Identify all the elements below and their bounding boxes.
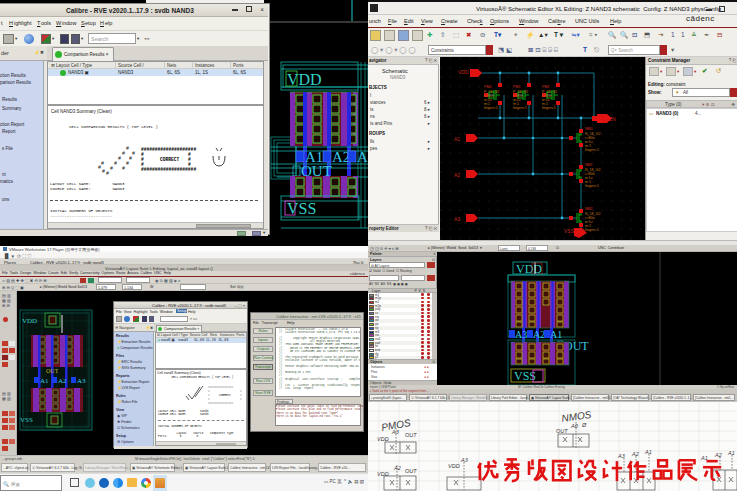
svg-text:fingers:1: fingers:1 <box>484 106 498 110</box>
svg-text:VDD: VDD <box>377 471 389 477</box>
svg-text:###############: ############### <box>208 402 233 405</box>
svg-text:#: # <box>126 146 129 152</box>
svg-text:NM0: NM0 <box>585 127 593 131</box>
svg-text:NM1: NM1 <box>585 163 593 167</box>
svg-text:A0: A0 <box>570 423 579 429</box>
svg-text:#: # <box>102 169 105 175</box>
svg-text:CORRECT: CORRECT <box>219 394 231 397</box>
svg-text:###############: ############### <box>208 386 233 389</box>
svg-text:VDD: VDD <box>377 436 389 442</box>
svg-text:VDD: VDD <box>448 463 460 469</box>
svg-text:OUT: OUT <box>556 428 568 434</box>
svg-text:#: # <box>101 161 104 167</box>
svg-text:VDD: VDD <box>287 71 322 88</box>
svg-text:A1: A1 <box>40 377 49 385</box>
svg-text:#: # <box>122 151 125 157</box>
svg-text:#: # <box>208 398 210 401</box>
svg-text:OUT: OUT <box>405 468 417 474</box>
svg-text:#: # <box>122 166 125 172</box>
svg-text:#: # <box>106 171 109 177</box>
svg-text:A3: A3 <box>391 429 400 435</box>
svg-text:fingers:1: fingers:1 <box>585 228 599 232</box>
svg-text:A1: A1 <box>550 329 562 340</box>
svg-text:A3: A3 <box>454 216 460 222</box>
svg-text:A2: A2 <box>332 149 350 165</box>
svg-text:VSS: VSS <box>287 200 316 217</box>
svg-text:Ø: Ø <box>581 422 587 428</box>
svg-text:#: # <box>98 165 101 171</box>
svg-text:#: # <box>126 161 129 167</box>
svg-text:ZN: ZN <box>609 116 616 122</box>
svg-text:A2: A2 <box>58 377 67 385</box>
svg-text:A3: A3 <box>515 329 527 340</box>
svg-text:#: # <box>114 161 117 167</box>
svg-text:A2: A2 <box>454 172 460 178</box>
svg-text:A2: A2 <box>393 465 401 471</box>
svg-text:PM1: PM1 <box>513 85 520 89</box>
svg-text:#: # <box>240 394 242 397</box>
svg-text:VSS: VSS <box>20 416 33 424</box>
svg-text:OUT: OUT <box>405 432 417 438</box>
svg-text:VSS: VSS <box>564 228 575 234</box>
svg-text:NM2: NM2 <box>585 207 593 211</box>
svg-text:#: # <box>110 166 113 172</box>
svg-text:PM2: PM2 <box>542 85 549 89</box>
svg-text:A2: A2 <box>533 329 545 340</box>
svg-text:#: # <box>129 156 132 162</box>
svg-text:PM0: PM0 <box>484 85 491 89</box>
svg-text:####################: #################### <box>141 167 196 172</box>
svg-text:fingers:1: fingers:1 <box>513 106 527 110</box>
svg-text:#: # <box>118 156 121 162</box>
svg-text:fingers:1: fingers:1 <box>585 184 599 188</box>
svg-text:#: # <box>208 394 210 397</box>
svg-text:CORRECT: CORRECT <box>160 157 180 162</box>
svg-text:VDD: VDD <box>22 317 37 325</box>
svg-text:A1: A1 <box>454 136 460 142</box>
svg-text:A3: A3 <box>77 377 86 385</box>
svg-text:#: # <box>132 151 135 157</box>
svg-text:fingers:1: fingers:1 <box>585 148 599 152</box>
svg-text:#: # <box>240 390 242 393</box>
svg-text:VDD: VDD <box>458 69 469 75</box>
svg-text:#: # <box>240 398 242 401</box>
svg-text:fingers:1: fingers:1 <box>542 106 556 110</box>
svg-text:A3: A3 <box>357 149 368 165</box>
svg-text:#: # <box>208 390 210 393</box>
svg-text:OUT: OUT <box>46 368 59 374</box>
